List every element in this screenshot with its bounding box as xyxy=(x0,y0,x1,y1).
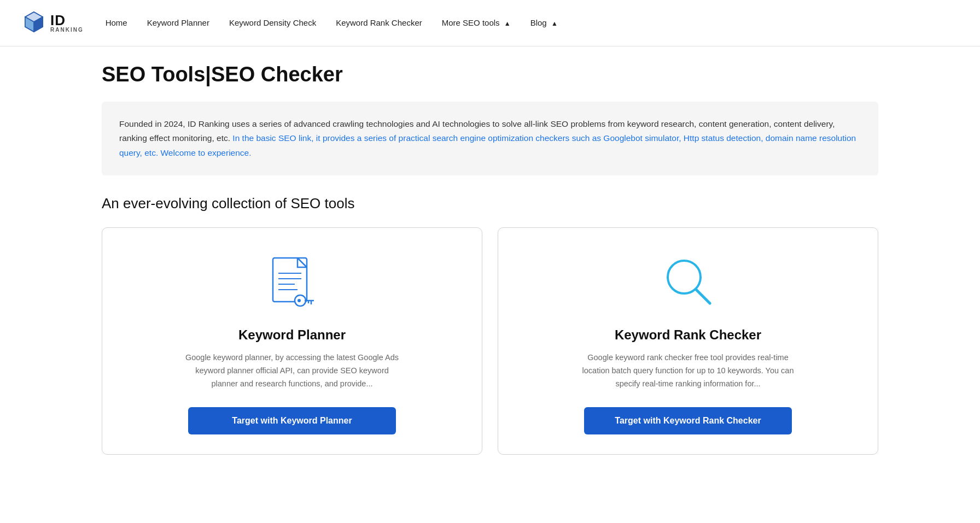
section-title: An ever-evolving collection of SEO tools xyxy=(102,195,878,212)
card-keyword-rank-checker: Keyword Rank Checker Google keyword rank… xyxy=(498,227,878,455)
logo-text: ID RANKING xyxy=(50,13,84,33)
blog-arrow-icon: ▲ xyxy=(551,20,558,27)
nav-link-keyword-planner[interactable]: Keyword Planner xyxy=(147,18,209,27)
nav-item-keyword-planner[interactable]: Keyword Planner xyxy=(147,18,209,28)
intro-text-2: In the basic SEO link, it provides a ser… xyxy=(119,133,856,157)
keyword-planner-icon xyxy=(259,250,325,315)
nav-item-more-seo[interactable]: More SEO tools ▲ xyxy=(442,18,511,28)
intro-box: Founded in 2024, ID Ranking uses a serie… xyxy=(102,102,878,175)
keyword-rank-checker-button[interactable]: Target with Keyword Rank Checker xyxy=(584,407,792,434)
nav-item-keyword-density[interactable]: Keyword Density Check xyxy=(229,18,316,28)
main-content: SEO Tools|SEO Checker Founded in 2024, I… xyxy=(80,46,900,487)
page-title: SEO Tools|SEO Checker xyxy=(102,63,878,86)
keyword-rank-checker-icon xyxy=(655,250,721,315)
nav-item-home[interactable]: Home xyxy=(106,18,127,28)
card-keyword-planner-title: Keyword Planner xyxy=(238,327,346,343)
logo-id: ID xyxy=(50,13,84,27)
logo-ranking: RANKING xyxy=(50,27,84,33)
nav-link-home[interactable]: Home xyxy=(106,18,127,27)
nav-item-keyword-rank[interactable]: Keyword Rank Checker xyxy=(336,18,422,28)
logo-link[interactable]: ID RANKING xyxy=(22,10,84,36)
card-keyword-planner-desc: Google keyword planner, by accessing the… xyxy=(183,351,401,391)
card-keyword-rank-checker-desc: Google keyword rank checker free tool pr… xyxy=(579,351,797,391)
svg-point-13 xyxy=(298,299,301,302)
nav-item-blog[interactable]: Blog ▲ xyxy=(530,18,558,28)
navbar: ID RANKING Home Keyword Planner Keyword … xyxy=(0,0,980,46)
nav-link-more-seo[interactable]: More SEO tools ▲ xyxy=(442,18,511,27)
svg-line-15 xyxy=(696,290,710,303)
more-seo-arrow-icon: ▲ xyxy=(504,20,511,27)
logo-icon xyxy=(22,10,46,36)
cards-container: Keyword Planner Google keyword planner, … xyxy=(102,227,878,455)
nav-links: Home Keyword Planner Keyword Density Che… xyxy=(106,18,558,28)
nav-link-blog[interactable]: Blog ▲ xyxy=(530,18,558,27)
card-keyword-planner: Keyword Planner Google keyword planner, … xyxy=(102,227,482,455)
card-keyword-rank-checker-title: Keyword Rank Checker xyxy=(615,327,761,343)
nav-link-keyword-density[interactable]: Keyword Density Check xyxy=(229,18,316,27)
keyword-planner-button[interactable]: Target with Keyword Planner xyxy=(188,407,396,434)
nav-link-keyword-rank[interactable]: Keyword Rank Checker xyxy=(336,18,422,27)
